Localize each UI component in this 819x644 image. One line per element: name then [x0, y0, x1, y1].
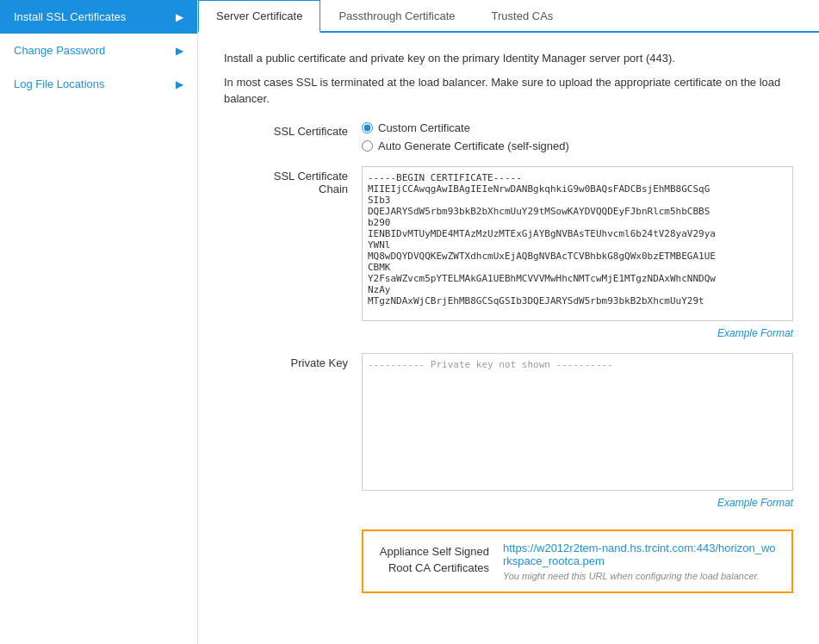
sidebar-item-install-ssl[interactable]: Install SSL Certificates ▶ — [0, 0, 197, 34]
ssl-chain-textarea[interactable] — [362, 166, 793, 321]
example-format-link-1[interactable]: Example Format — [362, 327, 793, 339]
private-key-content: Example Format — [362, 353, 793, 509]
intro-section: Install a public certificate and private… — [224, 50, 793, 108]
ssl-chain-label: SSL CertificateChain — [224, 166, 362, 195]
tab-bar: Server Certificate Passthrough Certifica… — [198, 0, 819, 33]
ssl-certificate-label: SSL Certificate — [224, 121, 362, 138]
tab-passthrough-certificate[interactable]: Passthrough Certificate — [320, 0, 473, 33]
appliance-content: Appliance Self Signed Root CA Certificat… — [362, 523, 793, 593]
sidebar-item-log-file[interactable]: Log File Locations ▶ — [0, 67, 197, 101]
ssl-certificate-row: SSL Certificate Custom Certificate Auto … — [224, 121, 793, 152]
example-format-link-2[interactable]: Example Format — [362, 497, 793, 509]
intro-paragraph-2: In most cases SSL is terminated at the l… — [224, 74, 793, 108]
content-area: Install a public certificate and private… — [198, 33, 819, 644]
private-key-row: Private Key Example Format — [224, 353, 793, 509]
ssl-certificate-options: Custom Certificate Auto Generate Certifi… — [362, 121, 793, 152]
radio-custom-input[interactable] — [362, 122, 373, 133]
radio-auto-text: Auto Generate Certificate (self-signed) — [378, 139, 569, 152]
appliance-label: Appliance Self Signed Root CA Certificat… — [377, 542, 489, 577]
chevron-right-icon: ▶ — [176, 45, 183, 57]
appliance-row: Appliance Self Signed Root CA Certificat… — [224, 523, 793, 593]
radio-group: Custom Certificate Auto Generate Certifi… — [362, 121, 793, 152]
sidebar: Install SSL Certificates ▶ Change Passwo… — [0, 0, 198, 644]
appliance-hint: You might need this URL when configuring… — [503, 571, 778, 581]
chevron-right-icon: ▶ — [176, 78, 183, 90]
appliance-spacer — [224, 523, 362, 526]
appliance-url-link[interactable]: https://w2012r2tem-nand.hs.trcint.com:44… — [503, 542, 778, 567]
sidebar-item-label: Log File Locations — [14, 77, 105, 90]
sidebar-item-label: Install SSL Certificates — [14, 10, 126, 23]
sidebar-item-change-password[interactable]: Change Password ▶ — [0, 34, 197, 67]
private-key-label: Private Key — [224, 353, 362, 369]
radio-auto-input[interactable] — [362, 140, 373, 152]
main-panel: Server Certificate Passthrough Certifica… — [198, 0, 819, 644]
radio-custom-label[interactable]: Custom Certificate — [362, 121, 793, 134]
appliance-info: https://w2012r2tem-nand.hs.trcint.com:44… — [503, 542, 778, 581]
tab-trusted-cas[interactable]: Trusted CAs — [474, 0, 572, 33]
radio-auto-label[interactable]: Auto Generate Certificate (self-signed) — [362, 139, 793, 152]
chevron-right-icon: ▶ — [176, 11, 183, 23]
private-key-textarea[interactable] — [362, 353, 793, 491]
ssl-chain-content: Example Format — [362, 166, 793, 339]
intro-paragraph-1: Install a public certificate and private… — [224, 50, 793, 67]
radio-custom-text: Custom Certificate — [378, 121, 470, 134]
sidebar-item-label: Change Password — [14, 44, 105, 57]
tab-server-certificate[interactable]: Server Certificate — [198, 0, 320, 33]
ssl-chain-row: SSL CertificateChain Example Format — [224, 166, 793, 339]
appliance-box: Appliance Self Signed Root CA Certificat… — [362, 529, 793, 593]
